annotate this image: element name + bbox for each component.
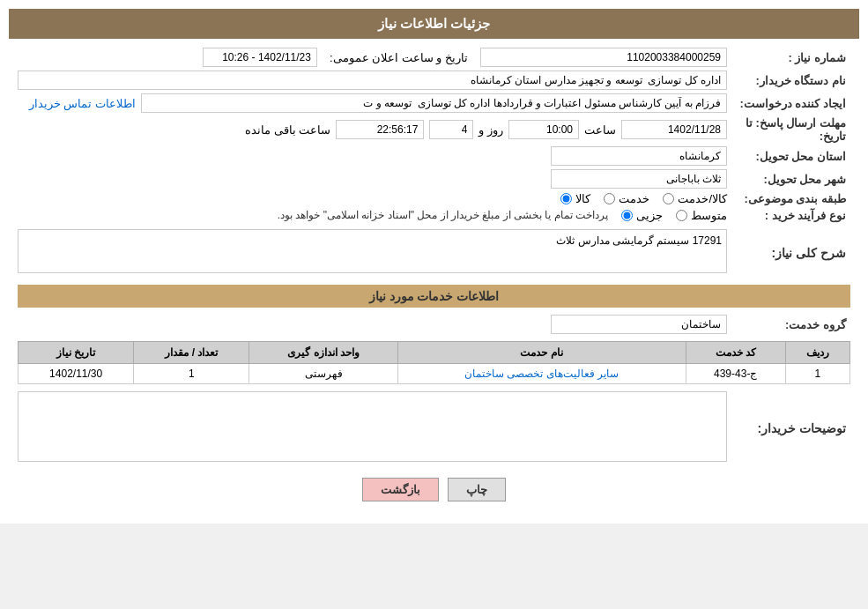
back-button[interactable]: بازگشت <box>362 478 439 501</box>
city-value <box>18 169 727 189</box>
process-option1-label: جزیی <box>636 209 663 222</box>
page-title: جزئیات اطلاعات نیاز <box>378 16 490 31</box>
print-button[interactable]: چاپ <box>448 478 506 501</box>
table-header-row: ردیف کد خدمت نام حدمت واحد اندازه گیری ت… <box>19 342 850 364</box>
services-table: ردیف کد خدمت نام حدمت واحد اندازه گیری ت… <box>18 341 850 384</box>
province-label: استان محل تحویل: <box>727 150 850 163</box>
buyer-name-label: نام دستگاه خریدار: <box>727 74 850 87</box>
overall-desc-section: شرح کلی نیاز: 17291 سیستم گرمایشی مدارس … <box>18 229 850 276</box>
overall-desc-label: شرح کلی نیاز: <box>727 246 850 260</box>
services-section-title: اطلاعات خدمات مورد نیاز <box>18 285 850 308</box>
need-number-input[interactable] <box>480 48 727 67</box>
days-label: روز و <box>479 123 503 137</box>
buyer-name-value <box>18 71 727 90</box>
process-radio-1[interactable] <box>621 210 633 221</box>
category-radio-1[interactable] <box>560 193 572 204</box>
creator-value: اطلاعات تماس خریدار <box>18 93 727 113</box>
process-option2-label: متوسط <box>691 209 727 222</box>
content-area: شماره نیاز : تاریخ و ساعت اعلان عمومی: ن… <box>9 48 859 515</box>
province-row: استان محل تحویل: <box>18 146 850 166</box>
category-row: طبقه بندی موضوعی: کالا/خدمت خدمت کالا <box>18 192 850 205</box>
row-quantity: 1 <box>134 364 249 384</box>
category-option2-label: خدمت <box>619 192 649 205</box>
col-header-code: کد خدمت <box>686 342 785 364</box>
process-option-2[interactable]: متوسط <box>676 209 727 222</box>
process-row: نوع فرآیند خرید : متوسط جزیی پرداخت تمام… <box>18 209 850 222</box>
process-label: نوع فرآیند خرید : <box>727 209 850 222</box>
deadline-time-input[interactable] <box>508 120 579 139</box>
city-row: شهر محل تحویل: <box>18 169 850 189</box>
overall-desc-row: شرح کلی نیاز: 17291 سیستم گرمایشی مدارس … <box>18 229 850 276</box>
col-header-row: ردیف <box>785 342 849 364</box>
deadline-countdown-input[interactable] <box>336 120 424 139</box>
col-header-name: نام حدمت <box>397 342 686 364</box>
row-unit: فهرستی <box>249 364 397 384</box>
creator-link[interactable]: اطلاعات تماس خریدار <box>29 97 136 110</box>
buyer-desc-textarea[interactable] <box>18 391 727 462</box>
page-container: جزئیات اطلاعات نیاز شماره نیاز : تاریخ و… <box>0 0 868 524</box>
category-option-3[interactable]: کالا/خدمت <box>663 192 727 205</box>
deadline-date-input[interactable] <box>621 120 727 139</box>
buyer-name-input[interactable] <box>18 71 727 90</box>
row-service-name: سایر فعالیت‌های تخصصی ساختمان <box>397 364 686 384</box>
process-radio-2[interactable] <box>676 210 687 221</box>
remaining-label: ساعت باقی مانده <box>245 123 330 137</box>
page-header: جزئیات اطلاعات نیاز <box>9 9 859 39</box>
category-option-2[interactable]: خدمت <box>604 192 649 205</box>
announcement-input[interactable] <box>203 48 317 67</box>
deadline-value: ساعت روز و ساعت باقی مانده <box>18 120 727 139</box>
deadline-label: مهلت ارسال پاسخ: تا تاریخ: <box>727 116 850 143</box>
row-number: 1 <box>785 364 849 384</box>
creator-row: ایجاد کننده درخواست: اطلاعات تماس خریدار <box>18 93 850 113</box>
city-input[interactable] <box>551 169 727 189</box>
category-radio-3[interactable] <box>663 193 674 204</box>
process-note: پرداخت تمام یا بخشی از مبلغ خریدار از مح… <box>278 209 608 222</box>
deadline-days-input[interactable] <box>429 120 473 139</box>
overall-desc-textarea[interactable]: 17291 سیستم گرمایشی مدارس ثلاث <box>18 229 727 273</box>
category-radio-2[interactable] <box>604 193 615 204</box>
announcement-label: تاریخ و ساعت اعلان عمومی: <box>330 51 468 64</box>
city-label: شهر محل تحویل: <box>727 173 850 186</box>
category-label: طبقه بندی موضوعی: <box>727 192 850 205</box>
buyer-desc-row: توضیحات خریدار: <box>18 391 850 464</box>
process-options: متوسط جزیی پرداخت تمام یا بخشی از مبلغ خ… <box>18 209 727 222</box>
category-option1-label: کالا <box>575 192 590 205</box>
category-option-1[interactable]: کالا <box>560 192 590 205</box>
category-option3-label: کالا/خدمت <box>678 192 727 205</box>
need-number-value: تاریخ و ساعت اعلان عمومی: <box>18 48 727 67</box>
buyer-desc-label: توضیحات خریدار: <box>727 421 850 435</box>
buyer-name-row: نام دستگاه خریدار: <box>18 71 850 90</box>
col-header-date: تاریخ نیاز <box>19 342 134 364</box>
buyer-desc-value <box>18 391 727 464</box>
creator-label: ایجاد کننده درخواست: <box>727 97 850 110</box>
province-value <box>18 146 727 166</box>
province-input[interactable] <box>551 146 727 166</box>
process-option-1[interactable]: جزیی <box>621 209 663 222</box>
service-group-input[interactable] <box>551 315 727 334</box>
time-label: ساعت <box>584 123 616 137</box>
service-group-label: گروه خدمت: <box>727 318 850 331</box>
row-date: 1402/11/30 <box>19 364 134 384</box>
category-options: کالا/خدمت خدمت کالا <box>18 192 727 205</box>
table-row: 1 ج-43-439 سایر فعالیت‌های تخصصی ساختمان… <box>19 364 850 384</box>
col-header-unit: واحد اندازه گیری <box>249 342 397 364</box>
creator-input[interactable] <box>141 93 727 113</box>
overall-desc-value: 17291 سیستم گرمایشی مدارس ثلاث <box>18 229 727 276</box>
service-group-row: گروه خدمت: <box>18 315 850 334</box>
row-code: ج-43-439 <box>686 364 785 384</box>
deadline-row: مهلت ارسال پاسخ: تا تاریخ: ساعت روز و سا… <box>18 116 850 143</box>
col-header-quantity: تعداد / مقدار <box>134 342 249 364</box>
need-number-label: شماره نیاز : <box>727 51 850 64</box>
button-group: چاپ بازگشت <box>18 478 850 515</box>
need-number-row: شماره نیاز : تاریخ و ساعت اعلان عمومی: <box>18 48 850 67</box>
service-group-value <box>18 315 727 334</box>
